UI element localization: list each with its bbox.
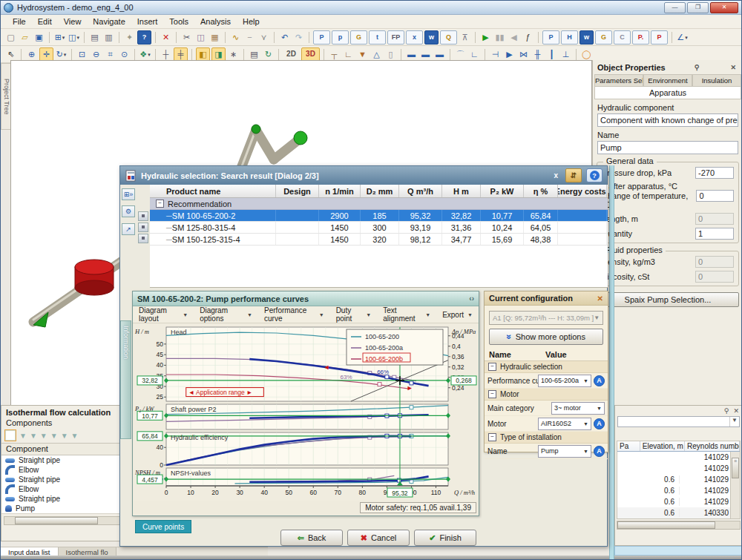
select-component-icon[interactable] <box>4 429 16 441</box>
column-header-3[interactable]: D₂ mm <box>361 185 399 197</box>
resize-icon[interactable]: ‹› <box>469 294 474 303</box>
menu-text-alignment[interactable]: Text alignment▼ <box>377 306 436 323</box>
results-column-0[interactable]: Pa <box>617 441 640 451</box>
control-valve-icon[interactable]: ╫ <box>531 48 544 61</box>
column-header-7[interactable]: η % <box>524 185 558 197</box>
result-p2-icon[interactable]: P. <box>632 30 649 45</box>
column-header-4[interactable]: Q m³/h <box>399 185 442 197</box>
riser-icon[interactable]: ┃ <box>545 48 558 61</box>
results-column-2[interactable]: Reynolds number <box>685 441 740 451</box>
result-c-icon[interactable]: C <box>614 30 631 45</box>
capsule-icon[interactable]: ▯ <box>384 48 397 61</box>
row-tool-icon[interactable] <box>138 211 148 221</box>
pump-export-icon[interactable]: ↗ <box>122 223 135 235</box>
auto-badge[interactable]: A <box>594 375 605 386</box>
menu-insert[interactable]: Insert <box>131 16 164 27</box>
cancel-button[interactable]: ✖ Cancel <box>347 530 410 546</box>
project-p-icon[interactable]: P <box>313 30 330 45</box>
results-row[interactable]: 0.6141029 <box>617 496 740 507</box>
maximize-button[interactable]: ❐ <box>687 2 709 13</box>
3d-button[interactable]: 3D <box>301 47 320 62</box>
fp-icon[interactable]: FP <box>387 30 404 45</box>
quantity-field[interactable]: 1 <box>695 228 734 240</box>
menu-diagram-layout[interactable]: Diagram layout▼ <box>133 306 194 323</box>
customize-tools-icon[interactable]: ✦ <box>123 31 136 44</box>
pump-icon[interactable]: ⊥ <box>559 48 572 61</box>
filter-columns-icon[interactable]: ⊞» <box>122 188 135 200</box>
panel-close-icon[interactable]: ✕ <box>728 64 738 71</box>
run-calculation-icon[interactable]: ▶ <box>479 31 492 44</box>
menu-analysis[interactable]: Analysis <box>194 16 237 27</box>
result-w-icon[interactable]: w <box>580 30 594 45</box>
table-view-icon[interactable]: ⊞▾ <box>53 31 66 44</box>
recalculate-icon[interactable]: ↻ <box>262 48 275 61</box>
finish-button[interactable]: ✔ Finish <box>414 530 476 546</box>
row-tool-icon[interactable] <box>138 234 148 243</box>
shade-mode-icon[interactable]: ◨ <box>211 47 226 62</box>
render-mode-icon[interactable]: ◧ <box>196 47 210 62</box>
report-icon[interactable]: ▤ <box>248 48 260 61</box>
reducer-icon[interactable]: ⊣ <box>489 48 502 61</box>
gasket-ring-icon[interactable]: ◯ <box>580 48 593 61</box>
column-header-1[interactable]: Design <box>276 185 319 197</box>
results-row[interactable]: 0.6140330 <box>617 507 740 518</box>
column-header-5[interactable]: H m <box>442 185 481 197</box>
dialog-titlebar[interactable]: Hydraulic selection: Search result [Dial… <box>120 166 607 185</box>
gap-icon[interactable]: − <box>243 31 256 44</box>
flow-tool-icon[interactable]: ▼ <box>61 432 68 440</box>
tab-parameters-selection[interactable]: Parameters Selection <box>594 74 643 86</box>
zoom-out-icon[interactable]: ⊖ <box>90 48 102 61</box>
pump-catalog-icon[interactable]: ⚙ <box>122 205 135 217</box>
pause-icon[interactable]: ▮▮ <box>493 31 506 44</box>
menu-duty-point[interactable]: Duty point▼ <box>330 306 378 323</box>
flow-tool-icon[interactable]: ▼ <box>40 432 47 440</box>
auto-badge[interactable]: A <box>594 418 605 429</box>
help-icon[interactable]: ? <box>137 30 151 45</box>
result-p-icon[interactable]: P <box>542 30 559 45</box>
join-nodes-icon[interactable]: ∿ <box>229 31 242 44</box>
tee-fitting-icon[interactable]: ┬ <box>328 48 341 61</box>
copy-icon[interactable]: ◫ <box>194 31 207 44</box>
back-button[interactable]: ⇐ Back <box>280 530 343 546</box>
config-group-motor[interactable]: −Motor <box>485 389 608 401</box>
branch-pipe-icon[interactable]: ▬ <box>433 48 446 61</box>
delete-icon[interactable]: ✕ <box>160 31 172 44</box>
menu-navigate[interactable]: Navigate <box>87 16 131 27</box>
dimension-icon[interactable]: ┼ <box>160 48 172 61</box>
corner-fitting-icon[interactable]: ∟ <box>342 48 355 61</box>
config-group-hydraulic-selection[interactable]: −Hydraulic selection <box>485 361 608 373</box>
named-views-icon[interactable]: ❖▾ <box>139 48 151 61</box>
component-list-item[interactable]: Straight pipe <box>1 494 132 504</box>
close-button[interactable]: ✕ <box>710 2 738 13</box>
component-column-header[interactable]: Component <box>6 444 48 454</box>
config-value-select[interactable]: Pump▼ <box>538 445 591 458</box>
manual-pump-icon[interactable]: ⊼ <box>459 31 471 44</box>
menu-tools[interactable]: Tools <box>163 16 194 27</box>
results-filter-select[interactable]: ▼ <box>617 416 740 427</box>
new-file-icon[interactable]: ▢ <box>4 31 17 44</box>
window-view-icon[interactable]: ◫▾ <box>68 31 80 44</box>
menu-diagram-options[interactable]: Diagram options▼ <box>194 306 258 323</box>
curve-points-tab[interactable]: Curve points <box>135 520 191 533</box>
column-header-0[interactable]: Product name <box>150 185 276 197</box>
dialog-help-icon[interactable]: ? <box>586 168 603 182</box>
probe-icon[interactable]: ƒ <box>522 31 534 44</box>
tab-apparatus[interactable]: Apparatus <box>594 86 741 99</box>
tab-environment[interactable]: Environment <box>643 74 692 86</box>
orbit-icon[interactable]: ↻▾ <box>55 48 68 61</box>
q-icon[interactable]: Q <box>440 30 457 45</box>
funnel-icon[interactable]: ▼ <box>356 48 369 61</box>
insert-node-icon[interactable]: ▬ <box>419 48 432 61</box>
redo-icon[interactable]: ↷ <box>292 31 305 44</box>
zoom-dynamic-icon[interactable]: ⊕ <box>25 48 38 61</box>
print-icon[interactable]: ▤ <box>88 31 101 44</box>
result-g-icon[interactable]: G <box>595 30 612 45</box>
information-tab[interactable]: Information <box>120 320 131 439</box>
auto-badge[interactable]: A <box>594 446 605 457</box>
gate-valve-icon[interactable]: ⋈ <box>517 48 530 61</box>
column-header-6[interactable]: P₂ kW <box>481 185 524 197</box>
pump-performance-chart[interactable]: 2530354045500,440,40,360,320,280,2432,82… <box>134 324 478 501</box>
result-p3-icon[interactable]: P <box>651 30 668 45</box>
name-field[interactable]: Pump <box>597 141 738 154</box>
recommendation-group-row[interactable]: − Recommendation <box>150 198 608 210</box>
